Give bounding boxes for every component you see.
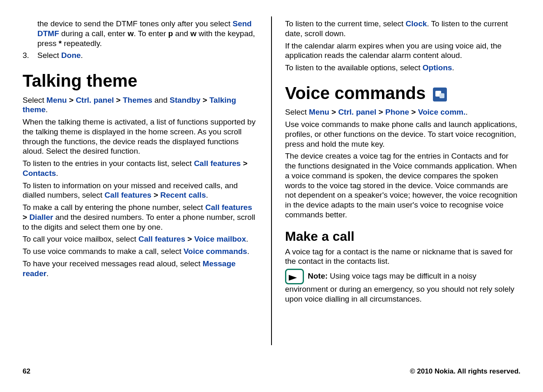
chevron-icon: > bbox=[379, 108, 383, 116]
heading-voice-commands: Voice commands bbox=[285, 83, 520, 104]
text: . bbox=[46, 105, 48, 114]
text: and bbox=[152, 96, 170, 104]
text: . bbox=[452, 63, 454, 72]
text: . bbox=[466, 108, 468, 116]
text: To make a call by entering the phone num… bbox=[23, 203, 205, 212]
chevron-icon: > bbox=[243, 159, 247, 168]
link-voice-mailbox[interactable]: Voice mailbox bbox=[194, 235, 246, 243]
link-menu[interactable]: Menu bbox=[46, 96, 67, 104]
paragraph: To listen to the current time, select Cl… bbox=[285, 19, 520, 39]
text: . bbox=[206, 191, 208, 199]
chevron-icon: > bbox=[23, 213, 27, 221]
text: . bbox=[247, 247, 249, 256]
text: and bbox=[173, 29, 190, 38]
key-w: w bbox=[128, 29, 134, 38]
paragraph: If the calendar alarm expires when you a… bbox=[285, 41, 520, 61]
chevron-icon: > bbox=[202, 96, 207, 104]
note-paragraph: Note: Using voice tags may be difficult … bbox=[285, 269, 520, 304]
page-footer: 62 © 2010 Nokia. All rights reserved. bbox=[0, 366, 543, 376]
text: Select bbox=[23, 96, 46, 104]
text: during a call, enter bbox=[59, 29, 128, 38]
key-p: p bbox=[168, 29, 173, 38]
text: Select bbox=[37, 51, 61, 60]
step-3: 3. Select Done. bbox=[23, 51, 258, 60]
link-themes[interactable]: Themes bbox=[123, 96, 152, 104]
heading-text: Voice commands bbox=[285, 83, 426, 103]
paragraph: To listen to the available options, sele… bbox=[285, 63, 520, 73]
step-number: 3. bbox=[23, 51, 37, 60]
link-voice-commands[interactable]: Voice commands bbox=[184, 247, 247, 256]
page-number: 62 bbox=[23, 367, 30, 376]
link-ctrl-panel[interactable]: Ctrl. panel bbox=[76, 96, 114, 104]
dtmf-paragraph: the device to send the DTMF tones only a… bbox=[23, 19, 258, 48]
text: To call your voice mailbox, select bbox=[23, 235, 138, 243]
link-options[interactable]: Options bbox=[423, 63, 452, 72]
paragraph: To make a call by entering the phone num… bbox=[23, 203, 258, 232]
text: . bbox=[46, 269, 48, 278]
link-phone[interactable]: Phone bbox=[385, 108, 409, 116]
chevron-icon: > bbox=[154, 191, 158, 199]
chevron-icon: > bbox=[331, 108, 336, 116]
text: . bbox=[56, 169, 58, 178]
link-recent-calls[interactable]: Recent calls bbox=[160, 191, 206, 199]
link-done[interactable]: Done bbox=[61, 51, 81, 60]
chevron-icon: > bbox=[187, 235, 192, 243]
text: To use voice commands to make a call, se… bbox=[23, 247, 184, 256]
text: . bbox=[81, 51, 83, 60]
step-body: Select Done. bbox=[37, 51, 258, 60]
chevron-icon: > bbox=[69, 96, 74, 104]
heading-talking-theme: Talking theme bbox=[23, 70, 258, 92]
link-call-features[interactable]: Call features bbox=[105, 191, 152, 199]
text: To have your received messages read alou… bbox=[23, 259, 202, 268]
left-column: the device to send the DTMF tones only a… bbox=[23, 16, 271, 362]
paragraph: To listen to information on your missed … bbox=[23, 181, 258, 201]
text: Select bbox=[285, 108, 309, 116]
path-voice-commands: Select Menu > Ctrl. panel > Phone > Voic… bbox=[285, 107, 520, 117]
paragraph: Use voice commands to make phone calls a… bbox=[285, 120, 520, 149]
paragraph: To have your received messages read alou… bbox=[23, 259, 258, 279]
key-w: w bbox=[190, 29, 196, 38]
paragraph: A voice tag for a contact is the name or… bbox=[285, 247, 520, 267]
link-contacts[interactable]: Contacts bbox=[23, 169, 56, 178]
link-call-features[interactable]: Call features bbox=[194, 159, 241, 168]
text: To listen to the current time, select bbox=[285, 19, 406, 28]
paragraph: The device creates a voice tag for the e… bbox=[285, 151, 520, 219]
link-dialler[interactable]: Dialler bbox=[29, 213, 53, 221]
paragraph: To listen to the entries in your contact… bbox=[23, 159, 258, 178]
link-clock[interactable]: Clock bbox=[406, 19, 427, 28]
note-label: Note: bbox=[308, 272, 330, 280]
link-voice-comm[interactable]: Voice comm. bbox=[418, 108, 466, 116]
chevron-icon: > bbox=[116, 96, 121, 104]
note-icon bbox=[285, 269, 304, 284]
right-column: To listen to the current time, select Cl… bbox=[272, 16, 520, 362]
text: repeatedly. bbox=[62, 39, 102, 48]
link-call-features[interactable]: Call features bbox=[205, 203, 252, 212]
link-call-features[interactable]: Call features bbox=[138, 235, 185, 243]
link-ctrl-panel[interactable]: Ctrl. panel bbox=[338, 108, 376, 116]
text: . bbox=[246, 235, 248, 243]
path-talking-theme: Select Menu > Ctrl. panel > Themes and S… bbox=[23, 95, 258, 115]
voice-commands-icon bbox=[433, 88, 447, 101]
paragraph: To call your voice mailbox, select Call … bbox=[23, 234, 258, 244]
link-standby[interactable]: Standby bbox=[170, 96, 200, 104]
copyright: © 2010 Nokia. All rights reserved. bbox=[410, 367, 520, 376]
text: and the desired numbers. To enter a phon… bbox=[23, 213, 255, 231]
text: To listen to the entries in your contact… bbox=[23, 159, 194, 168]
paragraph: To use voice commands to make a call, se… bbox=[23, 247, 258, 256]
heading-make-a-call: Make a call bbox=[285, 228, 520, 244]
text: . To enter bbox=[133, 29, 168, 38]
link-menu[interactable]: Menu bbox=[309, 108, 329, 116]
paragraph: When the talking theme is activated, a l… bbox=[23, 117, 258, 156]
chevron-icon: > bbox=[411, 108, 416, 116]
text: To listen to the available options, sele… bbox=[285, 63, 423, 72]
text: the device to send the DTMF tones only a… bbox=[37, 19, 232, 28]
